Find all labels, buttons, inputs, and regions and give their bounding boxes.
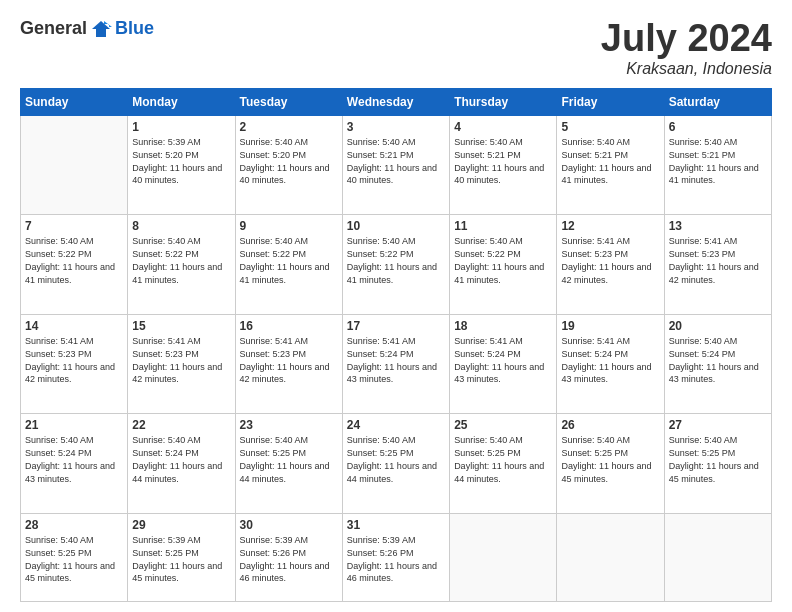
day-number: 22 — [132, 417, 230, 433]
day-header-thursday: Thursday — [450, 88, 557, 115]
day-cell: 15Sunrise: 5:41 AMSunset: 5:23 PMDayligh… — [128, 314, 235, 414]
day-number: 23 — [240, 417, 338, 433]
day-info: Sunrise: 5:39 AMSunset: 5:20 PMDaylight:… — [132, 137, 222, 185]
day-number: 10 — [347, 218, 445, 234]
day-number: 18 — [454, 318, 552, 334]
day-info: Sunrise: 5:41 AMSunset: 5:23 PMDaylight:… — [25, 336, 115, 384]
day-header-sunday: Sunday — [21, 88, 128, 115]
day-header-saturday: Saturday — [664, 88, 771, 115]
day-cell: 13Sunrise: 5:41 AMSunset: 5:23 PMDayligh… — [664, 215, 771, 315]
day-number: 16 — [240, 318, 338, 334]
day-cell: 1Sunrise: 5:39 AMSunset: 5:20 PMDaylight… — [128, 115, 235, 215]
day-cell: 23Sunrise: 5:40 AMSunset: 5:25 PMDayligh… — [235, 414, 342, 514]
day-info: Sunrise: 5:40 AMSunset: 5:25 PMDaylight:… — [347, 435, 437, 483]
header: General Blue July 2024 Kraksaan, Indones… — [20, 18, 772, 78]
day-cell: 18Sunrise: 5:41 AMSunset: 5:24 PMDayligh… — [450, 314, 557, 414]
day-cell: 10Sunrise: 5:40 AMSunset: 5:22 PMDayligh… — [342, 215, 449, 315]
day-cell: 29Sunrise: 5:39 AMSunset: 5:25 PMDayligh… — [128, 513, 235, 601]
calendar-table: SundayMondayTuesdayWednesdayThursdayFrid… — [20, 88, 772, 602]
day-info: Sunrise: 5:41 AMSunset: 5:23 PMDaylight:… — [132, 336, 222, 384]
day-cell: 24Sunrise: 5:40 AMSunset: 5:25 PMDayligh… — [342, 414, 449, 514]
location: Kraksaan, Indonesia — [601, 60, 772, 78]
day-info: Sunrise: 5:40 AMSunset: 5:25 PMDaylight:… — [454, 435, 544, 483]
day-number: 3 — [347, 119, 445, 135]
logo-area: General Blue — [20, 18, 154, 39]
day-info: Sunrise: 5:41 AMSunset: 5:23 PMDaylight:… — [561, 236, 651, 284]
day-info: Sunrise: 5:40 AMSunset: 5:24 PMDaylight:… — [25, 435, 115, 483]
day-cell: 11Sunrise: 5:40 AMSunset: 5:22 PMDayligh… — [450, 215, 557, 315]
day-number: 8 — [132, 218, 230, 234]
day-info: Sunrise: 5:41 AMSunset: 5:23 PMDaylight:… — [669, 236, 759, 284]
day-number: 30 — [240, 517, 338, 533]
day-cell: 27Sunrise: 5:40 AMSunset: 5:25 PMDayligh… — [664, 414, 771, 514]
day-cell: 3Sunrise: 5:40 AMSunset: 5:21 PMDaylight… — [342, 115, 449, 215]
day-number: 13 — [669, 218, 767, 234]
day-number: 7 — [25, 218, 123, 234]
title-area: July 2024 Kraksaan, Indonesia — [601, 18, 772, 78]
day-info: Sunrise: 5:39 AMSunset: 5:26 PMDaylight:… — [240, 535, 330, 583]
day-number: 26 — [561, 417, 659, 433]
day-info: Sunrise: 5:40 AMSunset: 5:21 PMDaylight:… — [454, 137, 544, 185]
day-header-monday: Monday — [128, 88, 235, 115]
day-cell: 26Sunrise: 5:40 AMSunset: 5:25 PMDayligh… — [557, 414, 664, 514]
day-cell — [21, 115, 128, 215]
day-info: Sunrise: 5:40 AMSunset: 5:21 PMDaylight:… — [561, 137, 651, 185]
month-title: July 2024 — [601, 18, 772, 60]
day-number: 25 — [454, 417, 552, 433]
day-number: 21 — [25, 417, 123, 433]
day-cell: 19Sunrise: 5:41 AMSunset: 5:24 PMDayligh… — [557, 314, 664, 414]
day-info: Sunrise: 5:40 AMSunset: 5:22 PMDaylight:… — [454, 236, 544, 284]
day-cell: 17Sunrise: 5:41 AMSunset: 5:24 PMDayligh… — [342, 314, 449, 414]
day-number: 28 — [25, 517, 123, 533]
day-number: 27 — [669, 417, 767, 433]
day-number: 24 — [347, 417, 445, 433]
day-info: Sunrise: 5:40 AMSunset: 5:25 PMDaylight:… — [25, 535, 115, 583]
week-row-5: 28Sunrise: 5:40 AMSunset: 5:25 PMDayligh… — [21, 513, 772, 601]
day-info: Sunrise: 5:39 AMSunset: 5:25 PMDaylight:… — [132, 535, 222, 583]
day-cell: 8Sunrise: 5:40 AMSunset: 5:22 PMDaylight… — [128, 215, 235, 315]
day-info: Sunrise: 5:41 AMSunset: 5:24 PMDaylight:… — [454, 336, 544, 384]
day-cell: 20Sunrise: 5:40 AMSunset: 5:24 PMDayligh… — [664, 314, 771, 414]
day-cell — [664, 513, 771, 601]
day-number: 6 — [669, 119, 767, 135]
day-cell — [557, 513, 664, 601]
day-info: Sunrise: 5:41 AMSunset: 5:24 PMDaylight:… — [561, 336, 651, 384]
day-number: 20 — [669, 318, 767, 334]
day-info: Sunrise: 5:40 AMSunset: 5:25 PMDaylight:… — [669, 435, 759, 483]
day-cell: 25Sunrise: 5:40 AMSunset: 5:25 PMDayligh… — [450, 414, 557, 514]
day-cell — [450, 513, 557, 601]
day-header-wednesday: Wednesday — [342, 88, 449, 115]
day-cell: 22Sunrise: 5:40 AMSunset: 5:24 PMDayligh… — [128, 414, 235, 514]
day-info: Sunrise: 5:39 AMSunset: 5:26 PMDaylight:… — [347, 535, 437, 583]
day-info: Sunrise: 5:40 AMSunset: 5:24 PMDaylight:… — [669, 336, 759, 384]
day-info: Sunrise: 5:41 AMSunset: 5:23 PMDaylight:… — [240, 336, 330, 384]
week-row-3: 14Sunrise: 5:41 AMSunset: 5:23 PMDayligh… — [21, 314, 772, 414]
day-number: 19 — [561, 318, 659, 334]
day-info: Sunrise: 5:40 AMSunset: 5:20 PMDaylight:… — [240, 137, 330, 185]
day-number: 17 — [347, 318, 445, 334]
day-cell: 21Sunrise: 5:40 AMSunset: 5:24 PMDayligh… — [21, 414, 128, 514]
day-cell: 2Sunrise: 5:40 AMSunset: 5:20 PMDaylight… — [235, 115, 342, 215]
day-info: Sunrise: 5:40 AMSunset: 5:22 PMDaylight:… — [132, 236, 222, 284]
day-cell: 5Sunrise: 5:40 AMSunset: 5:21 PMDaylight… — [557, 115, 664, 215]
day-header-tuesday: Tuesday — [235, 88, 342, 115]
week-row-2: 7Sunrise: 5:40 AMSunset: 5:22 PMDaylight… — [21, 215, 772, 315]
logo-icon — [90, 19, 112, 39]
header-row: SundayMondayTuesdayWednesdayThursdayFrid… — [21, 88, 772, 115]
day-cell: 4Sunrise: 5:40 AMSunset: 5:21 PMDaylight… — [450, 115, 557, 215]
day-info: Sunrise: 5:40 AMSunset: 5:24 PMDaylight:… — [132, 435, 222, 483]
day-info: Sunrise: 5:40 AMSunset: 5:25 PMDaylight:… — [561, 435, 651, 483]
day-cell: 12Sunrise: 5:41 AMSunset: 5:23 PMDayligh… — [557, 215, 664, 315]
week-row-1: 1Sunrise: 5:39 AMSunset: 5:20 PMDaylight… — [21, 115, 772, 215]
day-number: 31 — [347, 517, 445, 533]
day-number: 11 — [454, 218, 552, 234]
logo: General Blue — [20, 18, 154, 39]
day-info: Sunrise: 5:40 AMSunset: 5:21 PMDaylight:… — [669, 137, 759, 185]
day-number: 9 — [240, 218, 338, 234]
day-cell: 28Sunrise: 5:40 AMSunset: 5:25 PMDayligh… — [21, 513, 128, 601]
day-number: 14 — [25, 318, 123, 334]
day-info: Sunrise: 5:40 AMSunset: 5:22 PMDaylight:… — [240, 236, 330, 284]
day-cell: 9Sunrise: 5:40 AMSunset: 5:22 PMDaylight… — [235, 215, 342, 315]
day-header-friday: Friday — [557, 88, 664, 115]
day-info: Sunrise: 5:41 AMSunset: 5:24 PMDaylight:… — [347, 336, 437, 384]
